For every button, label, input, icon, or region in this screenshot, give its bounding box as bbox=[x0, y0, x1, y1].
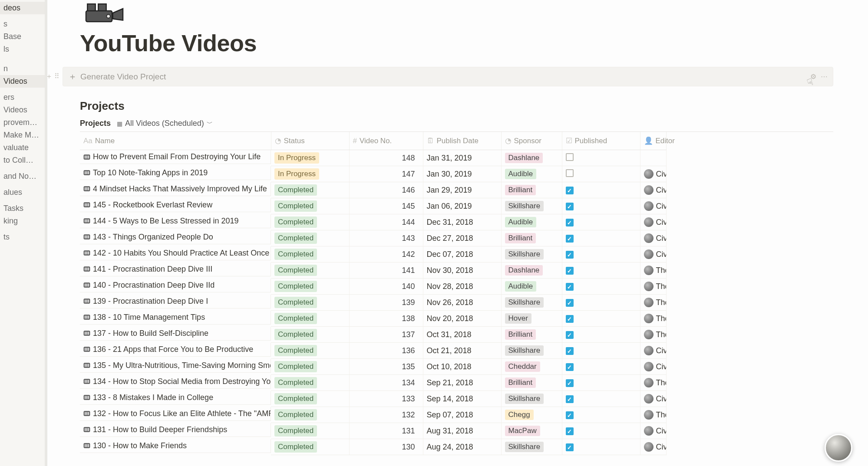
cell-sponsor[interactable]: Skillshare bbox=[501, 198, 562, 214]
sidebar-item[interactable]: n bbox=[0, 62, 45, 75]
cell-name[interactable]: 137 - How to Build Self-Discipline bbox=[80, 327, 271, 341]
cell-sponsor[interactable]: Skillshare bbox=[501, 246, 562, 263]
cell-sponsor[interactable]: Skillshare bbox=[501, 343, 562, 359]
table-row[interactable]: 137 - How to Build Self-DisciplineComple… bbox=[80, 327, 666, 343]
published-checkbox[interactable] bbox=[566, 251, 574, 259]
table-row[interactable]: 131 - How to Build Deeper FriendshipsCom… bbox=[80, 423, 666, 439]
cell-status[interactable]: Completed bbox=[271, 263, 349, 279]
table-row[interactable]: 134 - How to Stop Social Media from Dest… bbox=[80, 375, 666, 391]
cell-publish-date[interactable]: Nov 26, 2018 bbox=[423, 295, 501, 311]
cell-publish-date[interactable]: Oct 10, 2018 bbox=[423, 359, 501, 375]
published-checkbox[interactable] bbox=[566, 299, 574, 307]
cell-name[interactable]: 145 - Rocketbook Everlast Review bbox=[80, 198, 271, 212]
published-checkbox[interactable] bbox=[566, 169, 574, 177]
table-row[interactable]: 143 - Things Organized People DoComplete… bbox=[80, 230, 666, 246]
page-icon[interactable] bbox=[80, 0, 131, 26]
published-checkbox[interactable] bbox=[566, 153, 574, 161]
table-row[interactable]: 138 - 10 Time Management TipsCompleted13… bbox=[80, 311, 666, 327]
cell-published[interactable] bbox=[562, 182, 640, 198]
sidebar-item[interactable]: s bbox=[0, 18, 45, 30]
cell-video-no[interactable]: 137 bbox=[349, 327, 423, 343]
cell-name[interactable]: 141 - Procrastination Deep Dive III bbox=[80, 263, 271, 276]
cell-sponsor[interactable]: Hover bbox=[501, 311, 562, 327]
sidebar-item[interactable]: and No… bbox=[0, 170, 45, 183]
cell-name[interactable]: 134 - How to Stop Social Media from Dest… bbox=[80, 375, 271, 389]
cell-name[interactable]: 143 - Things Organized People Do bbox=[80, 230, 271, 244]
table-row[interactable]: 144 - 5 Ways to Be Less Stressed in 2019… bbox=[80, 214, 666, 230]
cell-video-no[interactable]: 144 bbox=[349, 214, 423, 230]
cell-status[interactable]: Completed bbox=[271, 246, 349, 263]
cell-video-no[interactable]: 147 bbox=[349, 166, 423, 182]
sidebar-item[interactable]: to Coll… bbox=[0, 154, 45, 167]
cell-sponsor[interactable]: Cheddar bbox=[501, 359, 562, 375]
cell-status[interactable]: Completed bbox=[271, 311, 349, 327]
cell-video-no[interactable]: 145 bbox=[349, 198, 423, 214]
cell-status[interactable]: In Progress bbox=[271, 166, 349, 182]
cell-name[interactable]: 138 - 10 Time Management Tips bbox=[80, 311, 271, 325]
cell-sponsor[interactable]: Brilliant bbox=[501, 327, 562, 343]
cell-status[interactable]: Completed bbox=[271, 423, 349, 439]
cell-publish-date[interactable]: Jan 30, 2019 bbox=[423, 166, 501, 182]
sidebar-item[interactable] bbox=[0, 183, 45, 186]
cell-published[interactable] bbox=[562, 343, 640, 359]
cell-sponsor[interactable]: Brilliant bbox=[501, 230, 562, 246]
table-row[interactable]: 133 - 8 Mistakes I Made in CollegeComple… bbox=[80, 391, 666, 407]
cell-video-no[interactable]: 139 bbox=[349, 295, 423, 311]
table-row[interactable]: 142 - 10 Habits You Should Practice At L… bbox=[80, 246, 666, 263]
cell-editor[interactable]: Thon bbox=[640, 327, 666, 343]
cell-name[interactable]: 133 - 8 Mistakes I Made in College bbox=[80, 391, 271, 405]
cell-editor[interactable]: Thon bbox=[640, 295, 666, 311]
cell-publish-date[interactable]: Sep 14, 2018 bbox=[423, 391, 501, 407]
cell-editor[interactable]: Thon bbox=[640, 263, 666, 279]
table-row[interactable]: 136 - 21 Apps that Force You to Be Produ… bbox=[80, 343, 666, 359]
view-tab-projects[interactable]: Projects bbox=[80, 119, 111, 128]
sidebar-item[interactable]: ers bbox=[0, 91, 45, 104]
template-button-bar[interactable]: ＋ ⠿ ＋ Generate Video Project ⚙ ⋯ ☟ bbox=[63, 67, 833, 86]
col-publish-date[interactable]: 🗓Publish Date bbox=[423, 132, 501, 150]
cell-status[interactable]: Completed bbox=[271, 391, 349, 407]
cell-publish-date[interactable]: Jan 31, 2019 bbox=[423, 150, 501, 166]
table-row[interactable]: 132 - How to Focus Like an Elite Athlete… bbox=[80, 407, 666, 423]
col-status[interactable]: ◔Status bbox=[271, 132, 349, 150]
cell-editor[interactable]: CivilS bbox=[640, 359, 666, 375]
cell-video-no[interactable]: 135 bbox=[349, 359, 423, 375]
sidebar-item[interactable]: Videos bbox=[0, 104, 45, 116]
cell-published[interactable] bbox=[562, 263, 640, 279]
sidebar-item[interactable]: king bbox=[0, 215, 45, 227]
table-row[interactable]: 140 - Procrastination Deep Dive IIdCompl… bbox=[80, 279, 666, 295]
floating-avatar[interactable] bbox=[825, 434, 852, 462]
cell-publish-date[interactable]: Sep 21, 2018 bbox=[423, 375, 501, 391]
cell-name[interactable]: 142 - 10 Habits You Should Practice At L… bbox=[80, 246, 271, 260]
cell-status[interactable]: Completed bbox=[271, 279, 349, 295]
sidebar-item[interactable] bbox=[0, 56, 45, 59]
sidebar-item[interactable]: Make M… bbox=[0, 129, 45, 141]
cell-video-no[interactable]: 142 bbox=[349, 246, 423, 263]
cell-publish-date[interactable]: Oct 21, 2018 bbox=[423, 343, 501, 359]
cell-status[interactable]: Completed bbox=[271, 375, 349, 391]
cell-published[interactable] bbox=[562, 166, 640, 182]
sidebar-item[interactable]: ts bbox=[0, 231, 45, 243]
cell-published[interactable] bbox=[562, 246, 640, 263]
sidebar-item[interactable] bbox=[0, 59, 45, 62]
cell-video-no[interactable]: 138 bbox=[349, 311, 423, 327]
sidebar-item[interactable]: Videos bbox=[0, 75, 45, 88]
view-selector[interactable]: ▦ All Videos (Scheduled) ﹀ bbox=[117, 119, 213, 128]
cell-editor[interactable] bbox=[640, 150, 666, 166]
cell-publish-date[interactable]: Dec 27, 2018 bbox=[423, 230, 501, 246]
cell-published[interactable] bbox=[562, 214, 640, 230]
col-sponsor[interactable]: ◔Sponsor bbox=[501, 132, 562, 150]
cell-video-no[interactable]: 133 bbox=[349, 391, 423, 407]
cell-video-no[interactable]: 146 bbox=[349, 182, 423, 198]
cell-status[interactable]: Completed bbox=[271, 439, 349, 455]
table-row[interactable]: 139 - Procrastination Deep Dive IComplet… bbox=[80, 295, 666, 311]
published-checkbox[interactable] bbox=[566, 187, 574, 194]
cell-sponsor[interactable]: MacPaw bbox=[501, 423, 562, 439]
more-icon[interactable]: ⋯ bbox=[821, 72, 828, 81]
cell-published[interactable] bbox=[562, 198, 640, 214]
cell-video-no[interactable]: 132 bbox=[349, 407, 423, 423]
drag-handle-icon[interactable]: ⠿ bbox=[54, 72, 59, 81]
cell-publish-date[interactable]: Oct 31, 2018 bbox=[423, 327, 501, 343]
published-checkbox[interactable] bbox=[566, 395, 574, 403]
cell-name[interactable]: 130 - How to Make Friends bbox=[80, 439, 271, 453]
add-block-icon[interactable]: ＋ bbox=[46, 72, 53, 81]
